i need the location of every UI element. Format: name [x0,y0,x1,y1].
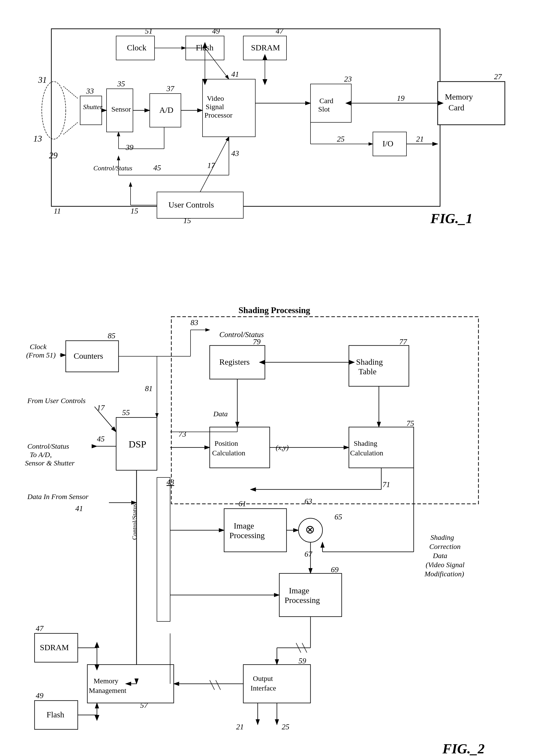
svg-text:Correction: Correction [429,542,461,550]
svg-text:45: 45 [153,163,161,172]
svg-text:27: 27 [494,72,502,81]
svg-text:Card: Card [319,97,333,105]
svg-text:19: 19 [397,94,405,102]
svg-text:75: 75 [406,419,414,428]
svg-text:DSP: DSP [129,439,146,450]
svg-text:Management: Management [89,686,126,694]
svg-text:Data: Data [213,410,228,418]
svg-text:43: 43 [231,149,239,158]
svg-text:39: 39 [125,143,133,152]
svg-text:Sensor & Shutter: Sensor & Shutter [25,459,75,467]
page: 31 13 29 Shutter 33 Sensor 35 A/D 3 [0,0,549,756]
svg-line-5 [63,86,78,98]
svg-marker-203 [95,642,99,648]
svg-text:Table: Table [358,367,376,376]
svg-marker-206 [95,715,99,721]
fig1-diagram: 31 13 29 Shutter 33 Sensor 35 A/D 3 [23,14,526,278]
svg-text:29: 29 [49,151,58,160]
svg-text:Card: Card [448,103,464,112]
svg-text:47: 47 [276,27,284,35]
svg-text:55: 55 [122,408,130,417]
svg-marker-40 [263,79,267,85]
svg-text:49: 49 [212,27,220,35]
svg-text:Image: Image [289,586,309,595]
svg-text:83: 83 [191,318,198,327]
svg-text:17: 17 [207,161,215,170]
svg-line-6 [63,122,78,134]
svg-text:SDRAM: SDRAM [40,643,69,652]
svg-text:Processing: Processing [285,596,320,605]
svg-text:Slot: Slot [318,105,330,113]
svg-text:21: 21 [416,135,424,143]
svg-text:61: 61 [239,499,246,508]
svg-text:(Video Signal: (Video Signal [426,561,465,569]
svg-text:From User Controls: From User Controls [27,397,86,405]
svg-text:Data: Data [433,552,447,560]
svg-text:Shading: Shading [356,357,383,366]
svg-text:Data In From Sensor: Data In From Sensor [27,493,89,500]
svg-text:A/D: A/D [159,106,173,114]
svg-text:13: 13 [33,134,42,143]
svg-text:69: 69 [331,565,339,574]
svg-text:25: 25 [282,722,289,731]
svg-text:⊗: ⊗ [305,523,315,536]
svg-rect-104 [349,427,414,468]
svg-line-125 [95,407,116,432]
svg-line-193 [216,680,221,690]
svg-text:Processor: Processor [204,111,233,119]
svg-rect-149 [279,573,342,617]
svg-text:15: 15 [183,216,191,225]
svg-text:(From 51): (From 51) [26,351,56,359]
svg-text:SDRAM: SDRAM [251,43,280,52]
svg-text:81: 81 [145,384,153,393]
svg-point-1 [42,82,66,139]
svg-text:15: 15 [131,207,138,215]
svg-text:Interface: Interface [251,684,276,692]
svg-text:Shading Processing: Shading Processing [239,305,310,315]
svg-text:User Controls: User Controls [168,200,214,209]
svg-text:Output: Output [253,674,273,682]
svg-text:41: 41 [75,504,83,513]
svg-text:Video: Video [207,94,224,102]
svg-text:37: 37 [166,84,175,93]
svg-line-192 [210,680,215,690]
svg-rect-135 [157,477,170,621]
svg-text:57: 57 [140,701,148,709]
svg-rect-47 [438,82,505,125]
svg-text:51: 51 [145,27,153,35]
svg-text:Counters: Counters [74,351,103,360]
svg-text:FIG._2: FIG._2 [442,741,485,756]
svg-text:25: 25 [337,135,345,143]
svg-text:11: 11 [54,207,61,215]
svg-text:59: 59 [298,656,306,665]
svg-text:Flash: Flash [47,710,64,719]
svg-text:Processing: Processing [229,531,265,540]
svg-text:Image: Image [234,521,254,530]
svg-text:77: 77 [399,337,407,346]
svg-text:Sensor: Sensor [111,105,131,113]
svg-text:Control/Status: Control/Status [93,164,132,172]
svg-text:Registers: Registers [219,357,250,366]
svg-text:FIG._1: FIG._1 [430,211,473,226]
svg-text:Modification): Modification) [424,570,464,578]
svg-text:Position: Position [215,439,238,447]
svg-text:Calculation: Calculation [350,449,383,457]
svg-text:49: 49 [36,691,43,700]
svg-text:73: 73 [179,430,186,438]
svg-text:31: 31 [38,75,47,85]
svg-rect-99 [210,427,270,468]
svg-text:43: 43 [167,478,174,486]
svg-text:67: 67 [304,550,313,558]
svg-text:79: 79 [253,337,261,346]
svg-rect-138 [224,509,286,552]
svg-text:47: 47 [36,624,44,633]
svg-text:Shading: Shading [354,439,377,447]
svg-text:Shutter: Shutter [83,103,102,111]
svg-text:23: 23 [344,75,352,83]
svg-text:Memory: Memory [445,92,473,101]
svg-text:Clock: Clock [127,43,146,52]
svg-text:33: 33 [86,87,94,95]
svg-text:Control/Status: Control/Status [131,504,138,540]
svg-text:Clock: Clock [30,343,47,351]
svg-text:85: 85 [108,331,115,340]
